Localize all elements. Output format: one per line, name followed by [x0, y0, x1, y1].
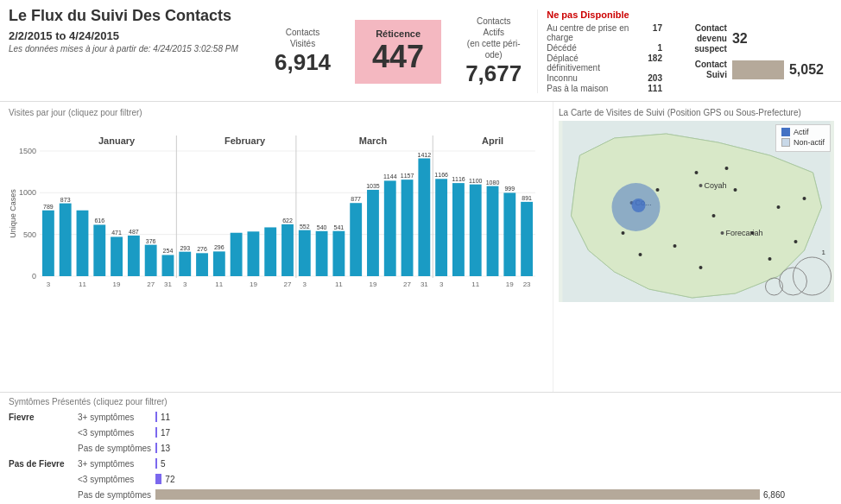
svg-text:19: 19 — [113, 280, 121, 288]
symptom-value: 11 — [161, 413, 170, 422]
svg-text:1144: 1144 — [383, 173, 397, 180]
svg-rect-69 — [418, 159, 430, 276]
symptoms-section: Symtômes Présentés (cliquez pour filtrer… — [0, 392, 841, 504]
legend-actif-label: Actif — [794, 128, 809, 136]
chart-section: Visites par jour (cliquez pour filtrer) … — [0, 102, 553, 392]
svg-rect-80 — [487, 186, 499, 276]
symptom-row: Pas de Fievre3+ symptômes5 — [9, 457, 832, 470]
svg-text:11: 11 — [215, 280, 223, 288]
symptom-category-label: Fievre — [9, 413, 78, 422]
svg-rect-51 — [299, 230, 311, 276]
contact-suivi-bar — [732, 60, 784, 79]
svg-text:3: 3 — [439, 280, 444, 288]
contacts-actifs-value: 7,677 — [465, 60, 522, 87]
svg-rect-16 — [42, 211, 54, 276]
contacts-actifs-label: Contacts Actifs(en cette péri-ode) — [465, 16, 522, 60]
svg-rect-28 — [128, 236, 140, 276]
ne-pas-row-label: Pas à la maison — [547, 84, 608, 93]
svg-point-100 — [751, 231, 755, 235]
symptom-bar-container: 11 — [155, 412, 832, 422]
svg-rect-33 — [162, 255, 174, 276]
bar-chart-svg: 050010001500Unique CasesJanuaryFebruaryM… — [9, 121, 544, 311]
contacts-visites-value: 6,914 — [275, 49, 331, 76]
symptom-sub-label: 3+ symptômes — [78, 413, 155, 422]
ne-pas-row: Déplacé définitivement182 — [547, 54, 662, 72]
svg-text:293: 293 — [180, 245, 190, 251]
svg-point-103 — [699, 266, 703, 269]
svg-text:3: 3 — [303, 280, 307, 288]
svg-text:Coyah: Coyah — [705, 181, 727, 190]
svg-point-109 — [725, 167, 729, 170]
reticence-label: Réticence — [376, 28, 420, 39]
svg-point-104 — [639, 253, 642, 256]
contact-suivi-value: 5,052 — [789, 62, 824, 78]
svg-point-105 — [622, 231, 625, 235]
contact-suivi-label: ContactSuivi — [680, 60, 727, 80]
symptom-category-label: Pas de Fievre — [9, 459, 78, 469]
symptom-row: Fievre3+ symptômes11 — [9, 410, 832, 424]
ne-pas-row-label: Inconnu — [547, 73, 578, 83]
svg-text:1: 1 — [822, 249, 826, 256]
symptom-value: 6,860 — [763, 490, 785, 500]
svg-rect-44 — [231, 233, 243, 276]
svg-point-110 — [803, 197, 806, 200]
map-area: CoyahCo...Forecariah1 Actif Non-actif — [559, 121, 834, 302]
svg-rect-77 — [470, 185, 482, 276]
svg-point-93 — [721, 231, 724, 235]
svg-text:500: 500 — [23, 230, 36, 239]
contact-devenu-suspect-box: Contactdevenususpect 32 — [680, 23, 824, 54]
svg-rect-66 — [402, 180, 414, 276]
symptom-bar-container: 13 — [155, 443, 832, 453]
svg-text:3: 3 — [183, 280, 187, 288]
svg-text:487: 487 — [129, 229, 139, 235]
symptom-row: <3 symptômes72 — [9, 472, 832, 486]
contacts-visites-box: ContactsVisités 6,914 — [259, 27, 346, 76]
svg-text:376: 376 — [146, 238, 156, 244]
symptom-bar — [155, 458, 157, 469]
svg-rect-45 — [247, 231, 259, 276]
svg-text:1000: 1000 — [19, 188, 36, 197]
legend-non-actif: Non-actif — [781, 138, 825, 147]
ne-pas-row: Inconnu203 — [547, 73, 662, 83]
ne-pas-row-value: 111 — [648, 84, 662, 93]
symptom-row: Pas de symptômes13 — [9, 441, 832, 455]
symptoms-grid: Fievre3+ symptômes11<3 symptômes17Pas de… — [9, 410, 832, 501]
contact-devenu-value: 32 — [732, 31, 748, 47]
svg-rect-48 — [281, 224, 294, 276]
symptom-bar-container: 72 — [155, 474, 832, 484]
svg-rect-36 — [179, 252, 191, 276]
svg-text:622: 622 — [282, 217, 293, 224]
legend-non-actif-dot — [781, 138, 790, 147]
svg-text:471: 471 — [111, 230, 122, 236]
symptom-bar-container: 17 — [155, 427, 832, 438]
symptom-value: 72 — [165, 475, 174, 484]
svg-text:19: 19 — [370, 280, 377, 288]
svg-point-108 — [794, 240, 798, 243]
svg-rect-54 — [316, 231, 328, 276]
reticence-box: Réticence 447 — [355, 20, 441, 84]
svg-text:1116: 1116 — [452, 176, 465, 182]
svg-text:0: 0 — [32, 272, 36, 280]
contacts-visites-label: ContactsVisités — [286, 27, 319, 49]
svg-rect-56 — [332, 231, 345, 276]
map-legend: Actif Non-actif — [775, 124, 831, 152]
symptom-bar — [155, 474, 161, 484]
svg-text:1500: 1500 — [19, 147, 36, 155]
svg-point-97 — [695, 171, 699, 174]
svg-rect-30 — [145, 245, 157, 276]
svg-text:1166: 1166 — [434, 172, 448, 178]
ne-pas-row-label: Déplacé définitivement — [547, 54, 630, 72]
ne-pas-row-value: 203 — [648, 73, 662, 83]
ne-pas-rows: Au centre de prise en charge17Décédé1Dép… — [547, 23, 662, 93]
symptom-value: 13 — [161, 444, 170, 453]
svg-text:11: 11 — [471, 280, 479, 288]
bar-chart-container[interactable]: 050010001500Unique CasesJanuaryFebruaryM… — [9, 121, 544, 311]
svg-text:552: 552 — [300, 224, 310, 230]
svg-text:789: 789 — [43, 204, 54, 210]
symptom-sub-label: Pas de symptômes — [78, 444, 155, 453]
svg-text:Unique Cases: Unique Cases — [9, 189, 17, 238]
top-section: Le Flux du Suivi Des Contacts 2/2/2015 t… — [0, 0, 841, 102]
svg-text:1080: 1080 — [486, 180, 500, 186]
page-title: Le Flux du Suivi Des Contacts — [9, 7, 259, 26]
svg-text:31: 31 — [164, 280, 172, 288]
